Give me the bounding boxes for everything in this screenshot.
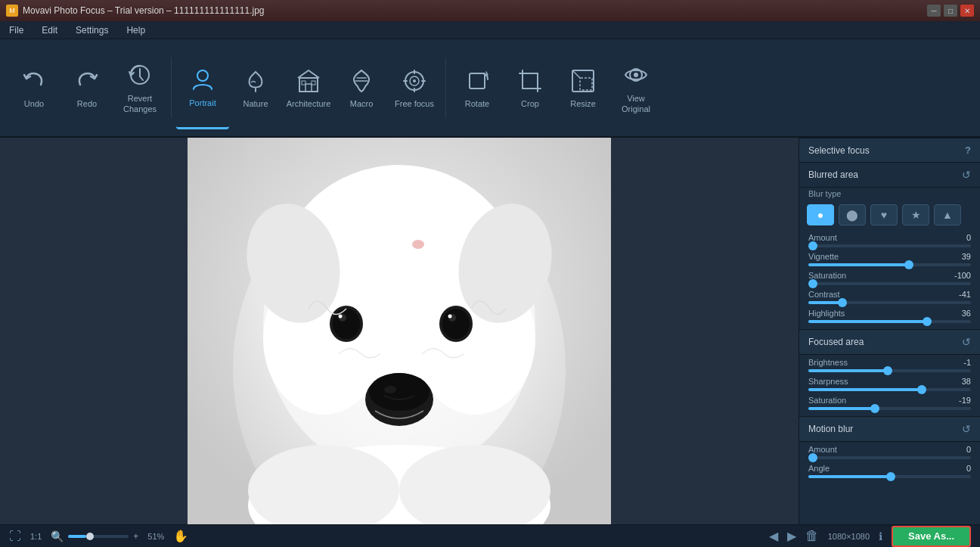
motion-angle-value: 0 — [947, 464, 971, 473]
blurred-contrast-value: -41 — [947, 290, 971, 299]
statusbar-right: ◀ ▶ 🗑 1080×1080 ℹ Save As... — [769, 526, 971, 547]
vieworiginal-button[interactable]: ViewOriginal — [609, 46, 662, 129]
macro-label: Macro — [350, 99, 374, 108]
blur-type-heart[interactable]: ♥ — [870, 204, 898, 225]
focused-brightness-slider-row: Brightness -1 — [799, 355, 980, 374]
close-button[interactable]: ✕ — [960, 5, 974, 17]
vieworiginal-icon — [622, 61, 650, 89]
prev-image-button[interactable]: ◀ — [769, 529, 778, 543]
freefocus-label: Free focus — [395, 99, 434, 108]
blurred-vignette-label: Vignette — [808, 252, 839, 261]
crop-label: Crop — [521, 99, 539, 108]
blurred-saturation-track[interactable] — [808, 282, 971, 285]
crop-button[interactable]: Crop — [504, 46, 557, 129]
blurred-contrast-label: Contrast — [808, 290, 840, 299]
toolbar: Undo Redo RevertChanges Portrait — [0, 39, 980, 138]
focused-saturation-label: Saturation — [808, 396, 846, 405]
undo-icon — [20, 67, 48, 95]
focused-sharpness-track[interactable] — [808, 388, 971, 391]
focused-saturation-track[interactable] — [808, 407, 971, 410]
focused-brightness-track[interactable] — [808, 369, 971, 372]
blur-type-oval[interactable]: ⬤ — [839, 204, 866, 225]
rotate-label: Rotate — [465, 99, 489, 108]
resize-icon — [569, 67, 597, 95]
rotate-icon — [464, 67, 491, 95]
blurred-saturation-slider-row: Saturation -100 — [799, 268, 980, 287]
blurred-contrast-slider-row: Contrast -41 — [799, 287, 980, 306]
motion-amount-track[interactable] — [808, 456, 971, 459]
menu-help[interactable]: Help — [123, 23, 148, 37]
statusbar: ⛶ 1:1 🔍 + 51% ✋ ◀ ▶ 🗑 1080×1080 ℹ Save A… — [0, 524, 980, 547]
menu-settings[interactable]: Settings — [73, 23, 111, 37]
blurred-area-label: Blurred area — [808, 169, 858, 180]
motion-amount-slider-row: Amount 0 — [799, 442, 980, 461]
svg-line-2 — [140, 76, 143, 80]
architecture-icon — [295, 67, 322, 95]
hand-tool-icon[interactable]: ✋ — [173, 529, 188, 543]
blur-type-triangle[interactable]: ▲ — [934, 204, 961, 225]
minimize-button[interactable]: ─ — [927, 5, 941, 17]
titlebar: M Movavi Photo Focus – Trial version – 1… — [0, 0, 980, 21]
info-icon[interactable]: ℹ — [879, 530, 882, 542]
statusbar-left: ⛶ 1:1 🔍 + 51% ✋ — [9, 529, 188, 543]
revert-button[interactable]: RevertChanges — [113, 46, 166, 129]
refresh-blurred-icon[interactable]: ↺ — [962, 169, 971, 181]
svg-rect-18 — [470, 73, 485, 89]
blurred-area-header: Blurred area ↺ — [799, 163, 980, 188]
svg-point-37 — [333, 309, 360, 339]
architecture-label: Architecture — [287, 99, 331, 108]
menubar: File Edit Settings Help — [0, 21, 980, 39]
blurred-vignette-track[interactable] — [808, 263, 971, 266]
redo-button[interactable]: Redo — [60, 46, 113, 129]
focused-sharpness-slider-row: Sharpness 38 — [799, 374, 980, 393]
help-icon[interactable]: ? — [965, 145, 971, 156]
zoom-track[interactable] — [68, 535, 129, 538]
motion-blur-header: Motion blur ↺ — [799, 416, 980, 442]
image-size: 1080×1080 — [828, 532, 870, 541]
refresh-motion-icon[interactable]: ↺ — [962, 423, 971, 435]
titlebar-controls[interactable]: ─ □ ✕ — [927, 5, 974, 17]
canvas-area[interactable] — [0, 138, 799, 524]
blurred-highlights-label: Highlights — [808, 309, 845, 318]
rotate-button[interactable]: Rotate — [451, 46, 504, 129]
zoom-in-icon[interactable]: + — [133, 531, 138, 542]
focused-sharpness-value: 38 — [947, 377, 971, 386]
blur-type-circle[interactable]: ● — [807, 204, 834, 225]
blurred-saturation-value: -100 — [947, 271, 971, 280]
svg-point-47 — [412, 240, 424, 249]
resize-label: Resize — [570, 99, 596, 108]
zoom-out-icon[interactable]: 🔍 — [51, 530, 64, 542]
blurred-highlights-track[interactable] — [808, 320, 971, 323]
titlebar-title: Movavi Photo Focus – Trial version – 111… — [23, 5, 265, 16]
nature-button[interactable]: Nature — [229, 46, 282, 129]
menu-edit[interactable]: Edit — [39, 23, 60, 37]
svg-point-46 — [384, 386, 396, 393]
blur-type-row: ● ⬤ ♥ ★ ▲ — [799, 200, 980, 230]
revert-label: RevertChanges — [123, 93, 157, 115]
right-panel: Selective focus ? Blurred area ↺ Blur ty… — [799, 138, 980, 524]
maximize-button[interactable]: □ — [944, 5, 957, 17]
macro-button[interactable]: Macro — [335, 46, 388, 129]
svg-rect-6 — [305, 84, 312, 92]
blurred-contrast-track[interactable] — [808, 301, 971, 304]
svg-point-27 — [634, 73, 638, 77]
delete-button[interactable]: 🗑 — [805, 528, 819, 544]
architecture-button[interactable]: Architecture — [282, 46, 335, 129]
blurred-vignette-slider-row: Vignette 39 — [799, 249, 980, 268]
fit-icon[interactable]: ⛶ — [9, 530, 21, 543]
blurred-amount-track[interactable] — [808, 244, 971, 247]
dog-svg — [188, 138, 611, 524]
save-as-button[interactable]: Save As... — [892, 526, 971, 547]
refresh-focused-icon[interactable]: ↺ — [962, 336, 971, 348]
portrait-button[interactable]: Portrait — [176, 46, 229, 129]
svg-rect-25 — [580, 78, 592, 90]
motion-blur-label: Motion blur — [808, 424, 853, 434]
blurred-amount-value: 0 — [947, 233, 971, 242]
menu-file[interactable]: File — [6, 23, 26, 37]
resize-button[interactable]: Resize — [557, 46, 609, 129]
freefocus-button[interactable]: Free focus — [388, 46, 441, 129]
undo-button[interactable]: Undo — [8, 46, 60, 129]
motion-angle-track[interactable] — [808, 475, 971, 478]
next-image-button[interactable]: ▶ — [787, 529, 796, 543]
blur-type-star[interactable]: ★ — [902, 204, 929, 225]
